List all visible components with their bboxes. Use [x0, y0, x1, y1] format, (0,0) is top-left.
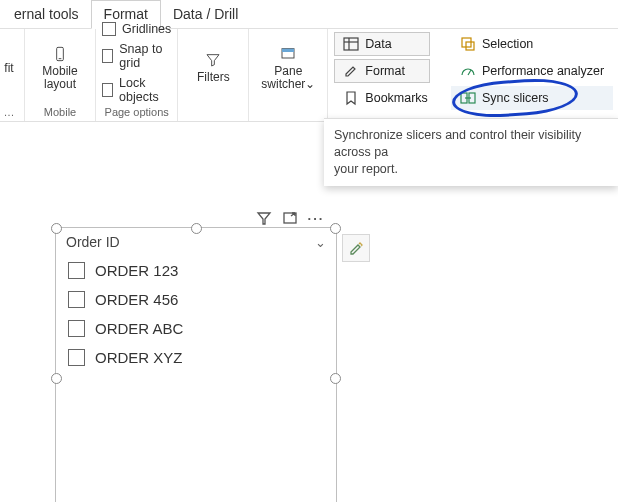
gridlines-checkbox[interactable]: Gridlines — [102, 22, 171, 36]
ribbon-tabs: ernal tools Format Data / Drill — [0, 0, 618, 29]
report-canvas[interactable]: ··· Order ID ⌄ ORDER 123 ORDER 456 ORDER… — [0, 160, 618, 502]
pane-performance-button[interactable]: Performance analyzer — [451, 59, 613, 83]
filters-button[interactable]: Filters — [184, 50, 242, 86]
brush-icon — [343, 63, 359, 79]
slicer-item[interactable]: ORDER 456 — [60, 285, 332, 314]
resize-handle[interactable] — [51, 373, 62, 384]
pane-format-button[interactable]: Format — [334, 59, 430, 83]
slicer-items: ORDER 123 ORDER 456 ORDER ABC ORDER XYZ — [56, 252, 336, 380]
selection-icon — [460, 36, 476, 52]
slicer-visual[interactable]: Order ID ⌄ ORDER 123 ORDER 456 ORDER ABC… — [55, 227, 337, 502]
bookmark-icon — [343, 90, 359, 106]
slicer-title: Order ID — [66, 234, 120, 250]
ribbon-group-filters: Filters — [178, 29, 249, 121]
ribbon-group-show-panes: Data Format Bookmarks Selection — [328, 29, 618, 127]
filter-icon[interactable] — [256, 210, 272, 226]
ribbon: fit … Mobilelayout Mobile Gridlines Snap… — [0, 29, 618, 122]
pane-selection-button[interactable]: Selection — [451, 32, 613, 56]
ribbon-group-page-options: Gridlines Snap to grid Lock objects Page… — [96, 29, 178, 121]
page-options-caption: Page options — [105, 104, 169, 121]
resize-handle[interactable] — [51, 223, 62, 234]
svg-rect-4 — [344, 38, 358, 50]
mobile-label-2: layout — [44, 77, 76, 91]
tab-external-tools[interactable]: ernal tools — [2, 1, 91, 28]
pane-data-button[interactable]: Data — [334, 32, 430, 56]
pane-sync-slicers-button[interactable]: Sync slicers — [451, 86, 613, 110]
slicer-item[interactable]: ORDER 123 — [60, 256, 332, 285]
mobile-layout-button[interactable]: Mobilelayout — [31, 44, 89, 93]
svg-rect-15 — [284, 213, 296, 223]
ribbon-group-mobile: Mobilelayout Mobile — [25, 29, 96, 121]
chevron-down-icon: ⌄ — [305, 77, 315, 91]
ribbon-group-fit: fit … — [0, 29, 25, 121]
pane-switcher-button[interactable]: Paneswitcher⌄ — [255, 44, 321, 93]
svg-rect-3 — [282, 48, 294, 51]
phone-icon — [52, 46, 68, 62]
mobile-caption: Mobile — [44, 104, 76, 121]
slicer-item[interactable]: ORDER ABC — [60, 314, 332, 343]
resize-handle[interactable] — [330, 373, 341, 384]
gauge-icon — [460, 63, 476, 79]
sync-slicers-icon — [460, 90, 476, 106]
svg-rect-8 — [466, 42, 474, 50]
slicer-item[interactable]: ORDER XYZ — [60, 343, 332, 372]
funnel-icon — [205, 52, 221, 68]
lock-objects-checkbox[interactable]: Lock objects — [102, 76, 171, 104]
paintbrush-icon — [348, 240, 364, 256]
snap-to-grid-checkbox[interactable]: Snap to grid — [102, 42, 171, 70]
pane-icon — [280, 46, 296, 62]
more-options-icon[interactable]: ··· — [308, 210, 324, 226]
svg-line-9 — [468, 70, 471, 75]
table-icon — [343, 36, 359, 52]
chevron-down-icon[interactable]: ⌄ — [315, 235, 326, 250]
resize-handle[interactable] — [330, 223, 341, 234]
ribbon-group-pane-switcher: Paneswitcher⌄ — [249, 29, 328, 121]
format-brush-button[interactable] — [342, 234, 370, 262]
resize-handle[interactable] — [191, 223, 202, 234]
tab-data-drill[interactable]: Data / Drill — [161, 1, 250, 28]
fit-caption: … — [4, 104, 15, 121]
focus-mode-icon[interactable] — [282, 210, 298, 226]
visual-header: ··· — [256, 210, 324, 226]
pane-bookmarks-button[interactable]: Bookmarks — [334, 86, 437, 110]
mobile-label-1: Mobile — [42, 64, 77, 78]
